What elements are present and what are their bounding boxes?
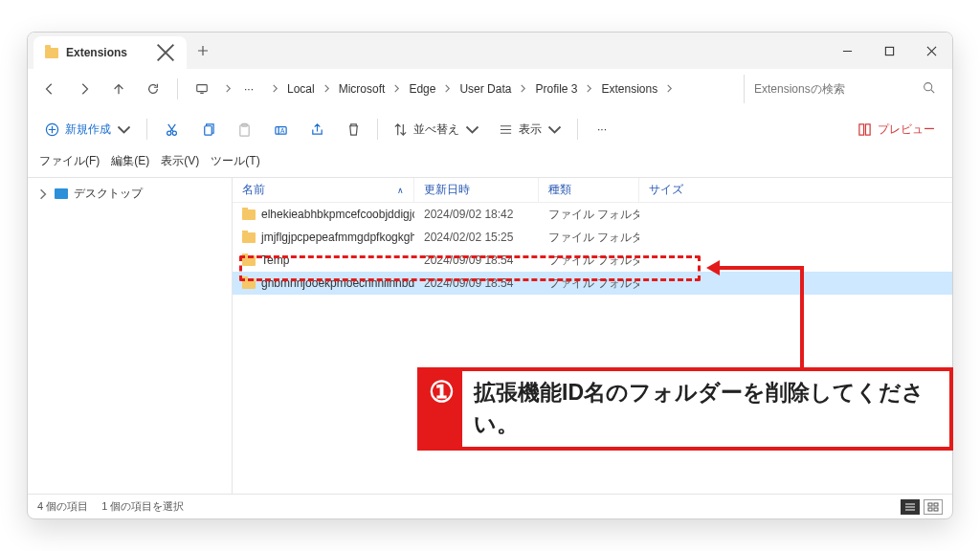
file-row[interactable]: elhekieabhbkpmcefcoobjddigjcaadp 2024/09… <box>233 203 952 226</box>
minimize-button[interactable] <box>826 33 868 69</box>
sort-label: 並べ替え <box>413 121 459 138</box>
cut-button[interactable] <box>155 115 188 143</box>
annotation-arrow <box>800 266 804 367</box>
file-row[interactable]: jmjflgjpcpepeafmmgdpfkogkghcpiha 2024/02… <box>233 226 952 249</box>
svg-rect-14 <box>934 503 938 506</box>
refresh-button[interactable] <box>139 75 167 103</box>
delete-button[interactable] <box>337 115 369 143</box>
forward-button[interactable] <box>70 75 99 103</box>
breadcrumb-seg[interactable]: Edge <box>405 80 439 98</box>
column-headers: 名前∧ 更新日時 種類 サイズ <box>233 178 952 203</box>
svg-rect-1 <box>197 85 208 92</box>
title-bar: Extensions <box>28 33 952 69</box>
file-row-selected[interactable]: ghbmnnjooekpmoecnnnilnnbdlolhkhi 2024/09… <box>233 272 952 295</box>
nav-sidebar: デスクトップ <box>28 178 233 494</box>
new-label: 新規作成 <box>65 121 111 138</box>
desktop-icon <box>55 188 68 199</box>
copy-button[interactable] <box>191 115 224 143</box>
window-tab[interactable]: Extensions <box>33 36 187 69</box>
breadcrumb-seg[interactable]: Local <box>283 80 319 98</box>
breadcrumb[interactable]: Local Microsoft Edge User Data Profile 3… <box>263 75 738 103</box>
svg-rect-6 <box>204 125 212 134</box>
svg-rect-13 <box>928 503 932 506</box>
breadcrumb-seg[interactable]: Extensions <box>597 80 661 98</box>
folder-icon <box>242 278 256 289</box>
menu-edit[interactable]: 編集(E) <box>107 151 153 171</box>
close-tab-button[interactable] <box>156 43 175 62</box>
annotation-badge: ① <box>421 371 462 447</box>
menu-tool[interactable]: ツール(T) <box>207 151 263 171</box>
col-size[interactable]: サイズ <box>639 178 706 202</box>
preview-button[interactable]: プレビュー <box>850 115 943 143</box>
icons-view-button[interactable] <box>924 499 943 515</box>
svg-rect-16 <box>934 508 938 511</box>
svg-text:A: A <box>280 126 285 133</box>
annotation-arrow-head <box>706 260 720 276</box>
annotation-callout: ① 拡張機能ID名のフォルダーを削除してください。 <box>417 367 953 451</box>
svg-point-5 <box>172 131 176 135</box>
status-bar: 4 個の項目 1 個の項目を選択 <box>28 494 952 518</box>
maximize-button[interactable] <box>868 33 910 69</box>
col-type[interactable]: 種類 <box>539 178 639 202</box>
share-button[interactable] <box>301 115 333 143</box>
svg-point-4 <box>167 131 170 135</box>
svg-rect-11 <box>859 123 864 134</box>
toolbar: 新規作成 A 並べ替え 表示 ··· <box>28 109 952 149</box>
breadcrumb-seg[interactable]: User Data <box>456 80 515 98</box>
back-button[interactable] <box>35 75 64 103</box>
menu-bar: ファイル(F) 編集(E) 表示(V) ツール(T) <box>28 149 952 177</box>
rename-button[interactable]: A <box>264 115 297 143</box>
sort-asc-icon: ∧ <box>397 186 404 195</box>
paste-button[interactable] <box>228 115 260 143</box>
search-placeholder: Extensionsの検索 <box>754 81 845 98</box>
sort-button[interactable]: 並べ替え <box>386 115 487 143</box>
svg-rect-0 <box>885 47 893 55</box>
breadcrumb-seg[interactable]: Profile 3 <box>531 80 581 98</box>
nav-row: ··· Local Microsoft Edge User Data Profi… <box>28 69 952 109</box>
new-button[interactable]: 新規作成 <box>37 115 139 143</box>
col-name[interactable]: 名前∧ <box>233 178 414 202</box>
status-selected: 1 個の項目を選択 <box>101 499 184 514</box>
folder-icon <box>242 232 256 243</box>
annotation-arrow <box>720 266 804 270</box>
tree-label: デスクトップ <box>74 186 143 202</box>
details-view-button[interactable] <box>901 499 920 515</box>
folder-icon <box>242 209 256 220</box>
svg-rect-15 <box>928 508 932 511</box>
folder-icon <box>45 48 58 58</box>
svg-rect-12 <box>865 123 870 134</box>
menu-view[interactable]: 表示(V) <box>157 151 203 171</box>
svg-point-2 <box>924 83 932 91</box>
search-icon <box>923 81 935 97</box>
breadcrumb-seg[interactable]: Microsoft <box>335 80 390 98</box>
view-label: 表示 <box>519 121 542 138</box>
status-count: 4 個の項目 <box>37 499 88 514</box>
view-button[interactable]: 表示 <box>491 115 569 143</box>
close-window-button[interactable] <box>910 33 952 69</box>
tab-title: Extensions <box>66 46 127 59</box>
file-row[interactable]: Temp 2024/09/09 18:54 ファイル フォルダー <box>233 249 952 272</box>
annotation-text: 拡張機能ID名のフォルダーを削除してください。 <box>462 371 949 447</box>
preview-label: プレビュー <box>878 121 935 138</box>
col-date[interactable]: 更新日時 <box>414 178 539 202</box>
folder-icon <box>242 255 256 266</box>
more-button[interactable]: ··· <box>586 115 618 143</box>
monitor-icon[interactable] <box>188 75 216 103</box>
new-tab-button[interactable] <box>187 33 219 69</box>
menu-file[interactable]: ファイル(F) <box>35 151 103 171</box>
chevron-right-icon <box>222 82 234 96</box>
search-input[interactable]: Extensionsの検索 <box>744 75 945 103</box>
breadcrumb-ellipsis[interactable]: ··· <box>240 80 257 98</box>
up-button[interactable] <box>104 75 133 103</box>
tree-item-desktop[interactable]: デスクトップ <box>28 182 232 206</box>
chevron-right-icon <box>37 188 49 200</box>
